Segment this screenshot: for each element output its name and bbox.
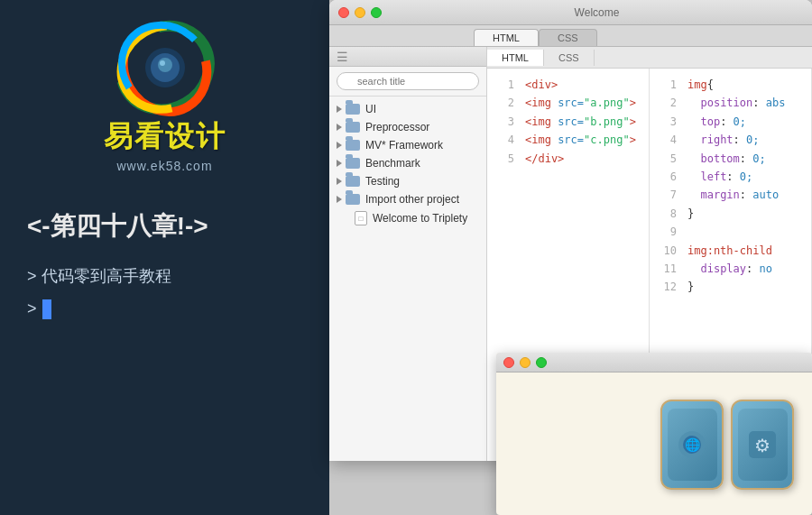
line-content: <img src="b.png">: [525, 113, 636, 131]
folder-icon: [346, 194, 360, 205]
code-line: 3 <img src="b.png">: [487, 113, 649, 131]
sidebar-item-ui[interactable]: UI: [329, 100, 486, 118]
tab-html[interactable]: HTML: [474, 29, 539, 46]
code-line: 10 img:nth-child: [650, 242, 811, 260]
search-input[interactable]: [337, 72, 479, 90]
folder-icon: [346, 104, 360, 115]
code-line: 8 }: [650, 205, 811, 223]
line-content: display: no: [687, 260, 772, 278]
sidebar-item-import[interactable]: Import other project: [329, 190, 486, 208]
line-content: }: [687, 278, 694, 296]
subtitle-area: > 代码零到高手教程 >: [18, 262, 171, 324]
line-number: 9: [659, 223, 677, 241]
code-line: 6 left: 0;: [650, 168, 811, 186]
chapter-label: <-第四十八章!->: [18, 209, 208, 244]
folder-icon: [346, 140, 360, 151]
code-line: 12 }: [650, 278, 811, 296]
traffic-lights: [338, 7, 382, 18]
svg-text:🌐: 🌐: [685, 437, 701, 453]
folder-icon: [346, 122, 360, 133]
second-window: 🌐 ⚙: [496, 353, 812, 515]
line-content: <div>: [525, 76, 558, 94]
tab-css[interactable]: CSS: [539, 29, 597, 46]
card-inner-2: ⚙: [738, 409, 788, 481]
folder-icon: [346, 158, 360, 169]
svg-point-7: [160, 60, 165, 66]
line-content: }: [687, 205, 694, 223]
app-card-1[interactable]: 🌐: [660, 400, 724, 490]
line-number: 2: [659, 94, 677, 112]
sidebar-item-label: Welcome to Triplety: [373, 212, 467, 225]
line-content: <img src="c.png">: [525, 131, 636, 149]
sidebar-item-testing[interactable]: Testing: [329, 172, 486, 190]
expand-icon: [337, 124, 342, 131]
code-tab-css[interactable]: CSS: [544, 50, 595, 66]
minimize-button[interactable]: [355, 7, 365, 18]
line-content: bottom: 0;: [687, 150, 766, 168]
expand-icon: [337, 196, 342, 203]
line-content: right: 0;: [687, 131, 759, 149]
code-line: 5 </div>: [487, 150, 649, 168]
expand-icon: [337, 160, 342, 167]
traffic-lights-2: [503, 357, 547, 368]
maximize-button-2[interactable]: [536, 357, 547, 368]
line-content: margin: auto: [687, 186, 779, 204]
app-cards: 🌐 ⚙: [660, 400, 794, 490]
folder-icon: [346, 176, 360, 187]
sidebar-items: UI Preprocessor MV* Framework: [329, 97, 486, 461]
line-content: top: 0;: [687, 113, 746, 131]
sidebar-item-label: UI: [365, 103, 376, 115]
close-button-2[interactable]: [503, 357, 514, 368]
sidebar-item-label: Benchmark: [365, 157, 420, 170]
file-icon: □: [355, 211, 367, 225]
line-number: 5: [496, 150, 514, 168]
line-number: 8: [659, 205, 677, 223]
code-line: 11 display: no: [650, 260, 811, 278]
second-window-content: 🌐 ⚙: [496, 372, 812, 499]
sidebar-item-label: Import other project: [365, 193, 459, 206]
file-sidebar: ☰ ⌕ UI P: [329, 47, 487, 461]
svg-text:⚙: ⚙: [754, 436, 770, 455]
sidebar-item-benchmark[interactable]: Benchmark: [329, 154, 486, 172]
sidebar-item-preprocessor[interactable]: Preprocessor: [329, 118, 486, 136]
line-number: 5: [659, 150, 677, 168]
left-panel: 易看设计 www.ek58.com <-第四十八章!-> > 代码零到高手教程 …: [0, 0, 329, 515]
line-number: 2: [496, 94, 514, 112]
minimize-button-2[interactable]: [520, 357, 531, 368]
line-number: 1: [659, 76, 677, 94]
sidebar-item-label: MV* Framework: [365, 139, 443, 152]
right-panel: Welcome HTML CSS ☰ ⌕: [329, 0, 812, 515]
cursor-line: >: [27, 294, 171, 323]
window-tab-bar: HTML CSS: [329, 25, 812, 47]
line-number: 3: [496, 113, 514, 131]
line-content: left: 0;: [687, 168, 752, 186]
search-area: ⌕: [329, 67, 486, 97]
line-number: 7: [659, 186, 677, 204]
close-button[interactable]: [338, 7, 349, 18]
expand-icon: [337, 106, 342, 113]
maximize-button[interactable]: [371, 7, 382, 18]
logo-area: 易看设计 www.ek58.com: [104, 18, 226, 173]
code-line: 4 <img src="c.png">: [487, 131, 649, 149]
code-tab-html[interactable]: HTML: [487, 50, 544, 66]
subtitle-line-2: >: [27, 294, 37, 323]
sidebar-item-welcome[interactable]: □ Welcome to Triplety: [329, 208, 486, 228]
code-line: 4 right: 0;: [650, 131, 811, 149]
expand-icon: [337, 178, 342, 185]
line-number: 4: [659, 131, 677, 149]
hamburger-icon[interactable]: ☰: [337, 50, 348, 64]
app-card-2[interactable]: ⚙: [731, 400, 794, 490]
line-number: 10: [659, 242, 677, 260]
line-content: img{: [687, 76, 714, 94]
app-icon-1: 🌐: [674, 427, 710, 463]
window-title: Welcome: [391, 6, 803, 19]
code-tab-bar: HTML CSS: [487, 47, 812, 69]
subtitle-line-1: > 代码零到高手教程: [27, 262, 171, 290]
line-number: 12: [659, 278, 677, 296]
line-content: img:nth-child: [687, 242, 772, 260]
sidebar-item-mvframework[interactable]: MV* Framework: [329, 136, 486, 154]
code-line: 9: [650, 223, 811, 241]
line-content: </div>: [525, 150, 564, 168]
line-number: 11: [659, 260, 677, 278]
expand-icon: [337, 142, 342, 149]
